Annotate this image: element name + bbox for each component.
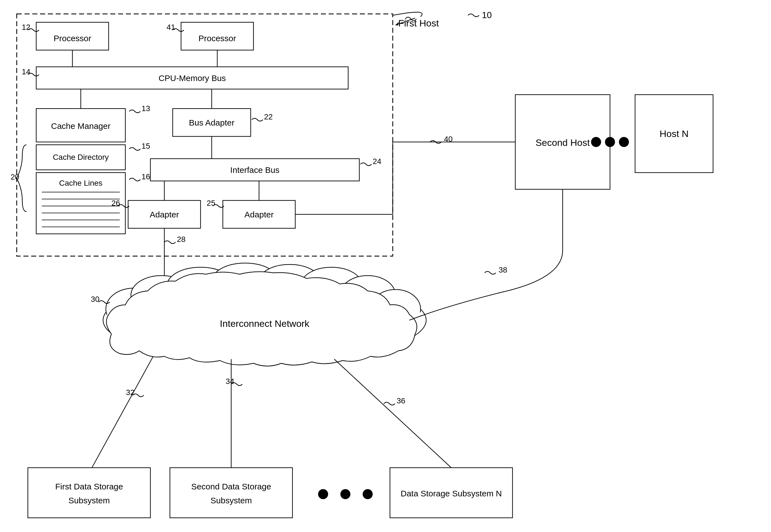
- ref-15: 15: [141, 142, 150, 150]
- first-data-storage-box: [28, 468, 150, 518]
- ref-36: 36: [397, 396, 405, 405]
- svg-line-23: [92, 356, 153, 468]
- second-host-label: Second Host: [536, 137, 590, 148]
- cache-manager-label: Cache Manager: [51, 121, 110, 131]
- ref-24: 24: [373, 157, 381, 166]
- first-data-storage-label2: Subsystem: [68, 496, 110, 505]
- ref-13: 13: [141, 104, 150, 113]
- ref-10: 10: [482, 10, 492, 20]
- second-data-storage-label2: Subsystem: [210, 496, 252, 505]
- processor1-label: Processor: [53, 34, 91, 43]
- data-storage-n-label: Data Storage Subsystem N: [401, 489, 502, 498]
- dot-h2: [605, 137, 615, 147]
- interface-bus-label: Interface Bus: [230, 165, 280, 175]
- dot-h1: [591, 137, 601, 147]
- adapter1-label: Adapter: [150, 210, 179, 219]
- ref-32: 32: [126, 388, 134, 397]
- ref-34: 34: [226, 377, 234, 386]
- host-n-label: Host N: [660, 128, 689, 139]
- adapter2-label: Adapter: [244, 210, 273, 219]
- cache-directory-label: Cache Directory: [53, 153, 109, 161]
- ref-30: 30: [91, 295, 99, 303]
- ref-38: 38: [499, 266, 507, 274]
- dot3: [363, 489, 373, 499]
- dot2: [340, 489, 350, 499]
- cpu-memory-bus-label: CPU-Memory Bus: [158, 73, 226, 83]
- ref-14: 14: [22, 67, 30, 76]
- ref-41: 41: [166, 23, 175, 31]
- ref-12: 12: [22, 23, 30, 31]
- second-data-storage-box: [170, 468, 292, 518]
- second-host-network-line: [410, 189, 563, 320]
- cache-lines-label: Cache Lines: [59, 179, 102, 187]
- second-data-storage-label: Second Data Storage: [191, 482, 271, 491]
- ref-26: 26: [111, 199, 120, 207]
- ref-25: 25: [207, 199, 215, 207]
- diagram-svg: First Host 10 Processor 12 Processor 41 …: [0, 0, 771, 532]
- ref-22: 22: [264, 112, 273, 121]
- first-data-storage-label: First Data Storage: [55, 482, 123, 491]
- dot1: [318, 489, 328, 499]
- processor2-label: Processor: [198, 34, 236, 43]
- ref-20: 20: [11, 173, 19, 181]
- svg-line-25: [334, 359, 451, 468]
- ref-28: 28: [177, 235, 185, 244]
- bus-adapter-label: Bus Adapter: [189, 118, 234, 127]
- diagram: First Host 10 Processor 12 Processor 41 …: [0, 0, 771, 532]
- ref-16: 16: [141, 172, 150, 181]
- dot-h3: [619, 137, 629, 147]
- first-host-label: First Host: [398, 18, 439, 28]
- first-host-arrow: [393, 12, 422, 17]
- interconnect-network-label: Interconnect Network: [220, 318, 309, 329]
- ref-40: 40: [444, 135, 453, 143]
